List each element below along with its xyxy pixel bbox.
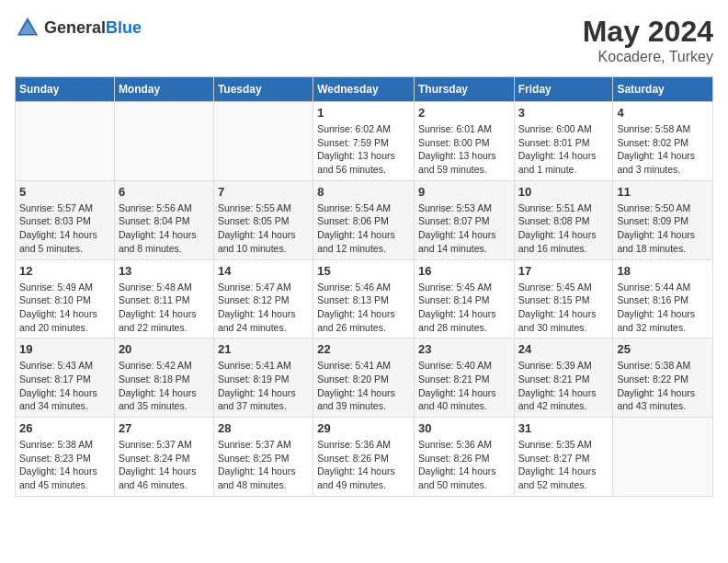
calendar-cell: 6Sunrise: 5:56 AMSunset: 8:04 PMDaylight… [114, 180, 213, 259]
day-number: 30 [418, 421, 510, 435]
day-info: Sunrise: 6:01 AMSunset: 8:00 PMDaylight:… [418, 122, 510, 177]
day-number: 3 [518, 106, 609, 120]
day-number: 21 [218, 342, 309, 356]
day-info: Sunrise: 5:44 AMSunset: 8:16 PMDaylight:… [617, 281, 709, 335]
day-number: 5 [19, 185, 110, 199]
day-info: Sunrise: 5:55 AMSunset: 8:05 PMDaylight:… [218, 201, 309, 256]
day-info: Sunrise: 5:43 AMSunset: 8:17 PMDaylight:… [19, 359, 110, 413]
day-info: Sunrise: 5:41 AMSunset: 8:19 PMDaylight:… [218, 359, 309, 413]
day-info: Sunrise: 5:37 AMSunset: 8:25 PMDaylight:… [218, 438, 309, 492]
month-title: May 2024 [583, 15, 713, 49]
weekday-header: Thursday [414, 77, 514, 102]
logo: GeneralBlue [15, 15, 142, 40]
day-number: 2 [418, 106, 510, 120]
calendar-week-row: 19Sunrise: 5:43 AMSunset: 8:17 PMDayligh… [16, 339, 713, 418]
day-info: Sunrise: 5:58 AMSunset: 8:02 PMDaylight:… [617, 122, 709, 177]
calendar-cell: 30Sunrise: 5:36 AMSunset: 8:26 PMDayligh… [414, 418, 514, 497]
day-number: 19 [19, 342, 110, 356]
calendar-cell: 18Sunrise: 5:44 AMSunset: 8:16 PMDayligh… [613, 259, 713, 339]
day-number: 8 [317, 185, 410, 199]
calendar-cell: 13Sunrise: 5:48 AMSunset: 8:11 PMDayligh… [114, 259, 213, 339]
day-info: Sunrise: 5:39 AMSunset: 8:21 PMDaylight:… [518, 359, 609, 413]
calendar-week-row: 1Sunrise: 6:02 AMSunset: 7:59 PMDaylight… [16, 102, 713, 181]
day-number: 25 [617, 342, 709, 356]
day-info: Sunrise: 5:35 AMSunset: 8:27 PMDaylight:… [518, 438, 609, 492]
calendar-cell: 16Sunrise: 5:45 AMSunset: 8:14 PMDayligh… [414, 259, 514, 339]
day-info: Sunrise: 6:02 AMSunset: 7:59 PMDaylight:… [317, 122, 410, 177]
calendar-cell: 9Sunrise: 5:53 AMSunset: 8:07 PMDaylight… [414, 180, 514, 259]
day-number: 9 [418, 185, 510, 199]
day-info: Sunrise: 5:36 AMSunset: 8:26 PMDaylight:… [317, 438, 410, 492]
weekday-header: Sunday [16, 77, 115, 102]
day-number: 12 [19, 264, 110, 278]
day-info: Sunrise: 5:57 AMSunset: 8:03 PMDaylight:… [19, 201, 110, 256]
calendar-cell: 19Sunrise: 5:43 AMSunset: 8:17 PMDayligh… [16, 339, 115, 418]
calendar-week-row: 26Sunrise: 5:38 AMSunset: 8:23 PMDayligh… [16, 418, 713, 497]
day-number: 6 [119, 185, 210, 199]
calendar-cell: 17Sunrise: 5:45 AMSunset: 8:15 PMDayligh… [514, 259, 613, 339]
calendar-cell: 28Sunrise: 5:37 AMSunset: 8:25 PMDayligh… [213, 418, 313, 497]
day-number: 29 [317, 421, 410, 435]
calendar-cell: 21Sunrise: 5:41 AMSunset: 8:19 PMDayligh… [213, 339, 313, 418]
day-number: 11 [617, 185, 709, 199]
calendar-cell: 11Sunrise: 5:50 AMSunset: 8:09 PMDayligh… [613, 180, 713, 259]
calendar-cell: 2Sunrise: 6:01 AMSunset: 8:00 PMDaylight… [414, 102, 514, 181]
day-info: Sunrise: 5:54 AMSunset: 8:06 PMDaylight:… [317, 201, 410, 256]
day-info: Sunrise: 5:51 AMSunset: 8:08 PMDaylight:… [518, 201, 609, 256]
calendar-cell: 10Sunrise: 5:51 AMSunset: 8:08 PMDayligh… [514, 180, 613, 259]
day-number: 7 [218, 185, 309, 199]
location-title: Kocadere, Turkey [583, 49, 713, 65]
day-info: Sunrise: 5:45 AMSunset: 8:15 PMDaylight:… [518, 281, 609, 335]
calendar-cell: 1Sunrise: 6:02 AMSunset: 7:59 PMDaylight… [313, 102, 415, 181]
page-header: GeneralBlue May 2024 Kocadere, Turkey [15, 15, 713, 65]
day-info: Sunrise: 5:47 AMSunset: 8:12 PMDaylight:… [218, 281, 309, 335]
weekday-header: Tuesday [213, 77, 313, 102]
day-number: 10 [518, 185, 609, 199]
day-info: Sunrise: 5:41 AMSunset: 8:20 PMDaylight:… [317, 359, 410, 413]
day-number: 1 [317, 106, 410, 120]
calendar-cell: 4Sunrise: 5:58 AMSunset: 8:02 PMDaylight… [613, 102, 713, 181]
day-number: 14 [218, 264, 309, 278]
day-number: 15 [317, 264, 410, 278]
calendar-header-row: SundayMondayTuesdayWednesdayThursdayFrid… [16, 77, 713, 102]
day-info: Sunrise: 5:53 AMSunset: 8:07 PMDaylight:… [418, 201, 510, 256]
calendar-cell [16, 102, 115, 181]
day-info: Sunrise: 6:00 AMSunset: 8:01 PMDaylight:… [518, 122, 609, 177]
day-number: 23 [418, 342, 510, 356]
day-number: 26 [19, 421, 110, 435]
day-number: 24 [518, 342, 609, 356]
calendar-cell [213, 102, 313, 181]
calendar-cell: 29Sunrise: 5:36 AMSunset: 8:26 PMDayligh… [313, 418, 415, 497]
calendar-cell: 8Sunrise: 5:54 AMSunset: 8:06 PMDaylight… [313, 180, 415, 259]
day-info: Sunrise: 5:37 AMSunset: 8:24 PMDaylight:… [119, 438, 210, 492]
calendar-cell: 31Sunrise: 5:35 AMSunset: 8:27 PMDayligh… [514, 418, 613, 497]
day-info: Sunrise: 5:48 AMSunset: 8:11 PMDaylight:… [119, 281, 210, 335]
calendar-cell: 12Sunrise: 5:49 AMSunset: 8:10 PMDayligh… [16, 259, 115, 339]
calendar-table: SundayMondayTuesdayWednesdayThursdayFrid… [15, 76, 713, 497]
day-info: Sunrise: 5:56 AMSunset: 8:04 PMDaylight:… [119, 201, 210, 256]
day-number: 20 [119, 342, 210, 356]
day-info: Sunrise: 5:46 AMSunset: 8:13 PMDaylight:… [317, 281, 410, 335]
weekday-header: Saturday [613, 77, 713, 102]
calendar-cell: 22Sunrise: 5:41 AMSunset: 8:20 PMDayligh… [313, 339, 415, 418]
weekday-header: Wednesday [313, 77, 415, 102]
day-info: Sunrise: 5:50 AMSunset: 8:09 PMDaylight:… [617, 201, 709, 256]
calendar-cell: 5Sunrise: 5:57 AMSunset: 8:03 PMDaylight… [16, 180, 115, 259]
day-number: 31 [518, 421, 609, 435]
day-number: 27 [119, 421, 210, 435]
calendar-cell: 23Sunrise: 5:40 AMSunset: 8:21 PMDayligh… [414, 339, 514, 418]
day-info: Sunrise: 5:38 AMSunset: 8:22 PMDaylight:… [617, 359, 709, 413]
day-info: Sunrise: 5:42 AMSunset: 8:18 PMDaylight:… [119, 359, 210, 413]
calendar-cell [114, 102, 213, 181]
day-number: 4 [617, 106, 709, 120]
calendar-week-row: 5Sunrise: 5:57 AMSunset: 8:03 PMDaylight… [16, 180, 713, 259]
day-number: 13 [119, 264, 210, 278]
calendar-cell: 15Sunrise: 5:46 AMSunset: 8:13 PMDayligh… [313, 259, 415, 339]
day-info: Sunrise: 5:45 AMSunset: 8:14 PMDaylight:… [418, 281, 510, 335]
day-info: Sunrise: 5:38 AMSunset: 8:23 PMDaylight:… [19, 438, 110, 492]
logo-text: GeneralBlue [44, 18, 142, 38]
weekday-header: Monday [114, 77, 213, 102]
day-number: 28 [218, 421, 309, 435]
day-info: Sunrise: 5:49 AMSunset: 8:10 PMDaylight:… [19, 281, 110, 335]
calendar-week-row: 12Sunrise: 5:49 AMSunset: 8:10 PMDayligh… [16, 259, 713, 339]
